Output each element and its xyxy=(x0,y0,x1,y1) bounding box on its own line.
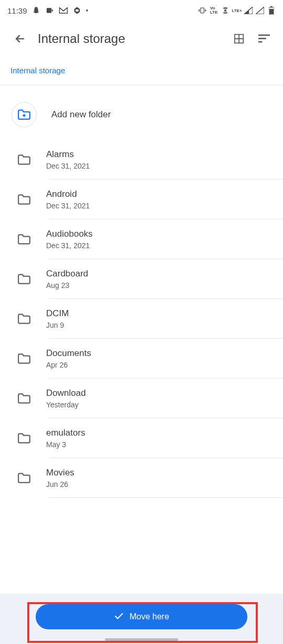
folder-date: Dec 31, 2021 xyxy=(46,241,93,250)
vibrate-icon xyxy=(198,6,206,15)
folder-date: May 3 xyxy=(46,440,85,449)
snapchat-icon xyxy=(31,6,41,15)
folder-date: Aug 23 xyxy=(46,281,88,290)
folder-text: Alarms Dec 31, 2021 xyxy=(46,149,90,170)
folder-icon xyxy=(17,312,31,326)
status-time: 11:39 xyxy=(7,6,27,15)
move-here-button[interactable]: Move here xyxy=(36,604,247,629)
status-icons-left xyxy=(31,6,88,15)
hotspot-icon xyxy=(221,6,230,15)
sort-button[interactable] xyxy=(258,32,270,45)
status-bar: 11:39 VoLTE LTE+ xyxy=(0,0,283,21)
print-icon xyxy=(72,6,82,15)
signal-icon-2 xyxy=(256,6,264,15)
folder-text: Android Dec 31, 2021 xyxy=(46,189,90,210)
folder-text: DCIM Jun 9 xyxy=(46,308,69,329)
check-icon xyxy=(114,611,124,623)
folder-icon xyxy=(17,391,31,406)
folder-icon xyxy=(17,431,31,446)
more-notifications-icon xyxy=(86,9,88,12)
folder-item-movies[interactable]: Movies Jun 26 xyxy=(0,458,283,498)
folder-item-dcim[interactable]: DCIM Jun 9 xyxy=(0,299,283,339)
folder-item-emulators[interactable]: emulators May 3 xyxy=(0,418,283,458)
folder-item-cardboard[interactable]: Cardboard Aug 23 xyxy=(0,259,283,299)
folder-date: Jun 9 xyxy=(46,321,69,329)
clock-alert-icon xyxy=(45,6,55,15)
folder-date: Dec 31, 2021 xyxy=(46,162,90,170)
status-right: VoLTE LTE+ xyxy=(198,6,276,15)
folder-date: Yesterday xyxy=(46,401,86,409)
folder-name: emulators xyxy=(46,428,85,438)
folder-name: Alarms xyxy=(46,149,90,160)
folder-name: Audiobooks xyxy=(46,229,93,239)
add-folder-icon xyxy=(12,102,37,127)
folder-icon xyxy=(17,272,31,286)
bottom-panel: Move here xyxy=(0,594,283,644)
svg-point-3 xyxy=(225,10,226,12)
page-title: Internal storage xyxy=(38,31,222,46)
folder-icon xyxy=(17,192,31,207)
folder-name: Documents xyxy=(46,348,91,359)
folder-date: Dec 31, 2021 xyxy=(46,202,90,210)
svg-rect-8 xyxy=(258,35,270,36)
back-button[interactable] xyxy=(13,31,27,46)
add-folder-label: Add new folder xyxy=(51,109,111,120)
svg-rect-10 xyxy=(258,41,262,43)
folder-item-documents[interactable]: Documents Apr 26 xyxy=(0,339,283,379)
folder-name: Cardboard xyxy=(46,269,88,279)
folder-item-alarms[interactable]: Alarms Dec 31, 2021 xyxy=(0,140,283,180)
gmail-icon xyxy=(59,6,68,15)
add-folder-button[interactable]: Add new folder xyxy=(0,96,283,140)
svg-rect-9 xyxy=(258,38,266,39)
folder-item-download[interactable]: Download Yesterday xyxy=(0,379,283,418)
breadcrumb-label: Internal storage xyxy=(10,66,65,75)
breadcrumb[interactable]: Internal storage xyxy=(0,57,283,85)
folder-date: Apr 26 xyxy=(46,361,91,369)
grid-view-button[interactable] xyxy=(233,32,245,45)
folder-name: Download xyxy=(46,388,86,398)
status-left: 11:39 xyxy=(7,6,88,15)
volte-icon: VoLTE xyxy=(210,6,218,15)
folder-text: Movies Jun 26 xyxy=(46,468,74,488)
folder-text: emulators May 3 xyxy=(46,428,85,449)
folder-name: DCIM xyxy=(46,308,69,319)
app-bar: Internal storage xyxy=(0,21,283,57)
svg-rect-2 xyxy=(201,8,204,13)
folder-icon xyxy=(17,152,31,167)
folder-text: Audiobooks Dec 31, 2021 xyxy=(46,229,93,250)
nav-handle[interactable] xyxy=(105,638,178,641)
folder-icon xyxy=(17,471,31,485)
folder-list: Add new folder Alarms Dec 31, 2021 Andro… xyxy=(0,85,283,498)
folder-item-audiobooks[interactable]: Audiobooks Dec 31, 2021 xyxy=(0,219,283,259)
folder-icon xyxy=(17,232,31,247)
folder-item-android[interactable]: Android Dec 31, 2021 xyxy=(0,180,283,219)
app-bar-actions xyxy=(233,32,270,45)
folder-date: Jun 26 xyxy=(46,480,74,488)
move-here-label: Move here xyxy=(129,612,169,621)
lte-plus-icon: LTE+ xyxy=(233,6,241,15)
svg-rect-0 xyxy=(47,8,51,13)
svg-rect-6 xyxy=(269,9,274,14)
folder-text: Documents Apr 26 xyxy=(46,348,91,369)
svg-rect-5 xyxy=(270,6,273,7)
folder-text: Cardboard Aug 23 xyxy=(46,269,88,290)
folder-name: Movies xyxy=(46,468,74,478)
folder-icon xyxy=(17,351,31,366)
folder-name: Android xyxy=(46,189,90,199)
folder-text: Download Yesterday xyxy=(46,388,86,409)
svg-rect-1 xyxy=(75,9,78,12)
signal-icon-1 xyxy=(244,6,253,15)
battery-icon xyxy=(267,6,276,15)
